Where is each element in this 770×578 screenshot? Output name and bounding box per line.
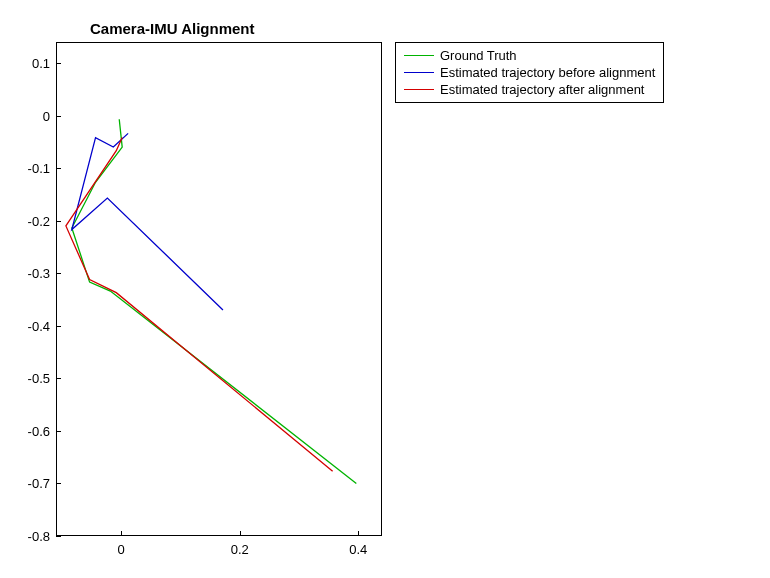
y-tick-mark (56, 168, 61, 169)
series-line (66, 138, 333, 472)
y-tick-mark (56, 273, 61, 274)
x-tick-mark (240, 531, 241, 536)
y-tick-mark (56, 536, 61, 537)
figure: Camera-IMU Alignment Ground TruthEstimat… (0, 0, 770, 578)
y-tick-label: 0.1 (10, 56, 50, 71)
plot-area (57, 43, 383, 537)
legend-label: Estimated trajectory before alignment (440, 64, 655, 81)
x-tick-label: 0.2 (220, 542, 260, 557)
y-tick-mark (56, 483, 61, 484)
x-tick-label: 0.4 (338, 542, 378, 557)
legend-entry: Estimated trajectory before alignment (404, 64, 655, 81)
axes (56, 42, 382, 536)
legend-label: Estimated trajectory after alignment (440, 81, 644, 98)
y-tick-mark (56, 431, 61, 432)
y-tick-label: -0.5 (10, 371, 50, 386)
y-tick-label: 0 (10, 108, 50, 123)
x-tick-label: 0 (101, 542, 141, 557)
y-tick-label: -0.7 (10, 476, 50, 491)
y-tick-mark (56, 116, 61, 117)
y-tick-mark (56, 221, 61, 222)
legend-line-icon (404, 72, 434, 73)
y-tick-label: -0.2 (10, 213, 50, 228)
y-tick-label: -0.8 (10, 529, 50, 544)
legend-entry: Estimated trajectory after alignment (404, 81, 655, 98)
legend-line-icon (404, 55, 434, 56)
series-line (72, 133, 223, 310)
y-tick-mark (56, 378, 61, 379)
legend-line-icon (404, 89, 434, 90)
y-tick-label: -0.3 (10, 266, 50, 281)
x-tick-mark (358, 531, 359, 536)
legend-entry: Ground Truth (404, 47, 655, 64)
y-tick-mark (56, 63, 61, 64)
y-tick-label: -0.4 (10, 318, 50, 333)
chart-title: Camera-IMU Alignment (90, 20, 254, 37)
y-tick-mark (56, 326, 61, 327)
legend: Ground TruthEstimated trajectory before … (395, 42, 664, 103)
y-tick-label: -0.6 (10, 423, 50, 438)
y-tick-label: -0.1 (10, 161, 50, 176)
x-tick-mark (121, 531, 122, 536)
legend-label: Ground Truth (440, 47, 517, 64)
